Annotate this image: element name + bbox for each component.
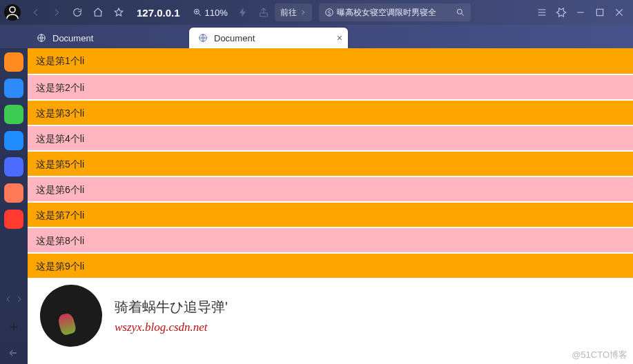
- back-button[interactable]: [26, 3, 46, 22]
- author-card: 骑着蜗牛ひ追导弹' wszyx.blog.csdn.net: [28, 278, 633, 354]
- reload-button[interactable]: [68, 3, 87, 22]
- globe-icon: [197, 32, 208, 43]
- search-pill[interactable]: 曝高校女寝空调限时男寝全: [319, 3, 471, 21]
- striped-list: 这是第1个li这是第2个li这是第3个li这是第4个li这是第5个li这是第6个…: [28, 48, 633, 278]
- sidebar-expand-icon[interactable]: [9, 348, 19, 364]
- sogou-icon: [324, 8, 334, 17]
- tab-close-icon[interactable]: ×: [337, 32, 342, 43]
- watermark-text: @51CTO博客: [572, 349, 627, 361]
- sidebar-app-6[interactable]: [4, 210, 23, 229]
- list-item: 这是第7个li: [28, 201, 633, 227]
- list-item: 这是第3个li: [28, 99, 633, 125]
- search-icon: [456, 8, 465, 17]
- list-item: 这是第8个li: [28, 227, 633, 252]
- sidebar-app-5[interactable]: [4, 183, 23, 203]
- maximize-button[interactable]: [590, 3, 610, 22]
- sidebar-app-3[interactable]: [4, 131, 23, 150]
- list-item: 这是第5个li: [28, 150, 633, 176]
- home-button[interactable]: [88, 3, 108, 22]
- tab-title: Document: [52, 33, 93, 43]
- svg-point-4: [457, 9, 462, 14]
- sidebar-app-0[interactable]: [4, 52, 23, 72]
- list-item: 这是第1个li: [28, 48, 633, 74]
- list-item: 这是第9个li: [28, 252, 633, 278]
- forward-button[interactable]: [47, 3, 66, 22]
- menu-button[interactable]: [532, 3, 552, 22]
- extensions-button[interactable]: [552, 3, 571, 22]
- sidebar-app-4[interactable]: [4, 157, 23, 176]
- page-content: 这是第1个li这是第2个li这是第3个li这是第4个li这是第5个li这是第6个…: [28, 48, 633, 364]
- tab-document-1[interactable]: Document ×: [189, 28, 348, 48]
- author-avatar: [40, 285, 102, 347]
- browser-sidebar: +: [0, 48, 28, 364]
- list-item: 这是第6个li: [28, 176, 633, 201]
- browser-toolbar: 127.0.0.1 110% 前往 曝高校女寝空调限时男寝全: [0, 0, 633, 25]
- bookmark-button[interactable]: [109, 3, 128, 22]
- share-icon[interactable]: [254, 3, 273, 22]
- tab-document-0[interactable]: Document: [28, 28, 186, 48]
- goto-label: 前往: [280, 7, 297, 19]
- tab-title: Document: [214, 33, 255, 43]
- minimize-button[interactable]: [571, 3, 590, 22]
- profile-avatar[interactable]: [4, 4, 21, 21]
- flash-icon: [233, 3, 253, 22]
- svg-point-0: [10, 7, 15, 12]
- globe-icon: [36, 32, 47, 43]
- sidebar-app-2[interactable]: [4, 105, 23, 124]
- author-nickname: 骑着蜗牛ひ追导弹': [115, 298, 228, 316]
- svg-rect-5: [596, 9, 603, 15]
- sidebar-nav-arrows[interactable]: [4, 295, 23, 307]
- window-close-button[interactable]: [610, 3, 629, 22]
- address-bar[interactable]: 127.0.0.1: [130, 7, 187, 19]
- zoom-value: 110%: [205, 8, 228, 18]
- sidebar-add-button[interactable]: +: [10, 314, 18, 341]
- list-item: 这是第2个li: [28, 74, 633, 99]
- list-item: 这是第4个li: [28, 125, 633, 150]
- tab-strip: Document Document ×: [0, 25, 633, 48]
- zoom-indicator[interactable]: 110%: [188, 8, 232, 18]
- sidebar-app-1[interactable]: [4, 79, 23, 98]
- search-text: 曝高校女寝空调限时男寝全: [337, 7, 453, 19]
- author-url: wszyx.blog.csdn.net: [115, 321, 228, 334]
- goto-pill[interactable]: 前往: [275, 3, 312, 21]
